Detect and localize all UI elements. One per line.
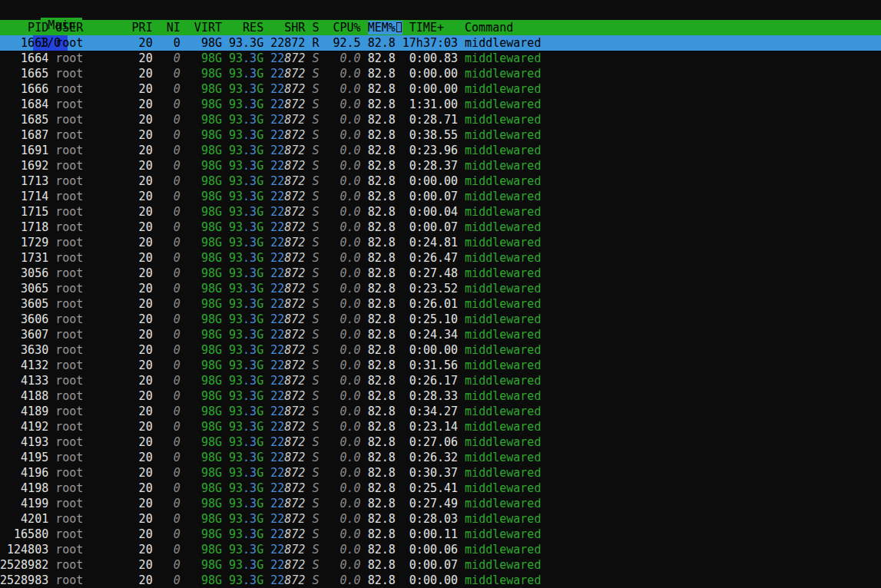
- process-row[interactable]: 1729 root 20 0 98G 93.3G 22872 S 0.0 82.…: [0, 235, 881, 250]
- cpu-cell: 0.0: [326, 466, 360, 480]
- shr-cell-lo: 872: [284, 312, 305, 326]
- pid-cell: 3630: [0, 343, 48, 357]
- gap: [458, 466, 465, 480]
- command-cell: middlewared: [465, 82, 541, 96]
- col-header-time[interactable]: TIME+: [402, 21, 458, 35]
- gap: [396, 328, 402, 342]
- res-cell-int: 93: [229, 236, 243, 249]
- process-row[interactable]: 4198 root 20 0 98G 93.3G 22872 S 0.0 82.…: [0, 481, 881, 496]
- process-row[interactable]: 4188 root 20 0 98G 93.3G 22872 S 0.0 82.…: [0, 388, 881, 404]
- time-cell: 0:24.81: [402, 236, 458, 249]
- process-row[interactable]: 16580 root 20 0 98G 93.3G 22872 S 0.0 82…: [0, 527, 881, 542]
- shr-cell-lo: 872: [284, 328, 305, 342]
- process-row[interactable]: 2528983 root 20 0 98G 93.3G 22872 S 0.0 …: [0, 573, 881, 588]
- cpu-cell: 0.0: [326, 236, 360, 249]
- process-row[interactable]: 1664 root 20 0 98G 93.3G 22872 S 0.0 82.…: [0, 51, 881, 66]
- gap: [396, 82, 402, 96]
- shr-cell-hi: 22: [270, 328, 284, 342]
- process-row[interactable]: 1685 root 20 0 98G 93.3G 22872 S 0.0 82.…: [0, 112, 881, 127]
- pid-cell: 1685: [0, 113, 48, 127]
- shr-cell-lo: 872: [284, 405, 305, 418]
- col-header-res[interactable]: RES: [229, 21, 263, 35]
- virt-cell: 98G: [187, 435, 222, 449]
- res-cell-int: 93: [229, 451, 243, 464]
- res-cell-int: 93: [229, 558, 243, 572]
- process-row[interactable]: 1715 root 20 0 98G 93.3G 22872 S 0.0 82.…: [0, 204, 881, 220]
- command-cell: middlewared: [465, 159, 541, 173]
- process-row[interactable]: 1718 root 20 0 98G 93.3G 22872 S 0.0 82.…: [0, 220, 881, 235]
- command-cell: middlewared: [465, 512, 541, 526]
- process-row[interactable]: 3607 root 20 0 98G 93.3G 22872 S 0.0 82.…: [0, 327, 881, 342]
- gap: [396, 543, 402, 557]
- process-row[interactable]: 4196 root 20 0 98G 93.3G 22872 S 0.0 82.…: [0, 465, 881, 481]
- gap: [181, 466, 187, 480]
- gap: [181, 435, 187, 449]
- pri-cell: 20: [132, 36, 153, 50]
- command-cell: middlewared: [465, 282, 541, 296]
- process-row[interactable]: 1665 root 20 0 98G 93.3G 22872 S 0.0 82.…: [0, 66, 881, 81]
- gap: [181, 343, 187, 357]
- res-cell-int: 93: [229, 113, 243, 127]
- process-row[interactable]: 4132 root 20 0 98G 93.3G 22872 S 0.0 82.…: [0, 358, 881, 373]
- time-cell: 0:23.14: [402, 420, 458, 434]
- process-row[interactable]: 3056 root 20 0 98G 93.3G 22872 S 0.0 82.…: [0, 266, 881, 281]
- process-row[interactable]: 4192 root 20 0 98G 93.3G 22872 S 0.0 82.…: [0, 419, 881, 434]
- process-row[interactable]: 4133 root 20 0 98G 93.3G 22872 S 0.0 82.…: [0, 373, 881, 388]
- gap: [222, 451, 229, 464]
- process-row[interactable]: 1687 root 20 0 98G 93.3G 22872 S 0.0 82.…: [0, 127, 881, 143]
- col-header-shr[interactable]: SHR: [270, 21, 305, 35]
- gap: [396, 497, 402, 510]
- gap: [48, 113, 55, 127]
- process-row[interactable]: 4199 root 20 0 98G 93.3G 22872 S 0.0 82.…: [0, 496, 881, 511]
- process-row[interactable]: 4193 root 20 0 98G 93.3G 22872 S 0.0 82.…: [0, 434, 881, 450]
- process-row[interactable]: 1691 root 20 0 98G 93.3G 22872 S 0.0 82.…: [0, 143, 881, 158]
- process-row[interactable]: 124803 root 20 0 98G 93.3G 22872 S 0.0 8…: [0, 542, 881, 557]
- gap: [361, 497, 368, 510]
- process-row[interactable]: 4195 root 20 0 98G 93.3G 22872 S 0.0 82.…: [0, 450, 881, 465]
- process-row[interactable]: 3605 root 20 0 98G 93.3G 22872 S 0.0 82.…: [0, 296, 881, 312]
- gap: [222, 558, 229, 572]
- col-header-pid[interactable]: PID: [0, 21, 48, 35]
- process-row[interactable]: 3606 root 20 0 98G 93.3G 22872 S 0.0 82.…: [0, 312, 881, 327]
- shr-cell-hi: 22: [270, 405, 284, 418]
- res-cell-frac: .3: [243, 82, 257, 96]
- process-row[interactable]: 3630 root 20 0 98G 93.3G 22872 S 0.0 82.…: [0, 342, 881, 358]
- gap: [48, 205, 55, 219]
- pri-cell: 20: [132, 343, 153, 357]
- process-row[interactable]: 4189 root 20 0 98G 93.3G 22872 S 0.0 82.…: [0, 404, 881, 419]
- res-cell-unit: G: [257, 174, 263, 188]
- col-header-ni[interactable]: NI: [160, 21, 181, 35]
- ni-cell: 0: [160, 282, 181, 296]
- time-cell: 0:26.32: [402, 451, 458, 464]
- process-row[interactable]: 1713 root 20 0 98G 93.3G 22872 S 0.0 82.…: [0, 173, 881, 189]
- process-row[interactable]: 3065 root 20 0 98G 93.3G 22872 S 0.0 82.…: [0, 281, 881, 296]
- process-row[interactable]: 1666 root 20 0 98G 93.3G 22872 S 0.0 82.…: [0, 81, 881, 97]
- col-header-cpu[interactable]: CPU%: [326, 21, 360, 35]
- process-row[interactable]: 1663 root 20 0 98G 93.3G 22872 R 92.5 82…: [0, 35, 881, 51]
- gap: [458, 573, 465, 587]
- command-cell: middlewared: [465, 527, 541, 541]
- ni-cell: 0: [160, 405, 181, 418]
- process-row[interactable]: 2528982 root 20 0 98G 93.3G 22872 S 0.0 …: [0, 557, 881, 573]
- gap: [222, 236, 229, 249]
- gap: [48, 159, 55, 173]
- cpu-cell: 0.0: [326, 220, 360, 234]
- process-row[interactable]: 1692 root 20 0 98G 93.3G 22872 S 0.0 82.…: [0, 158, 881, 173]
- col-header-virt[interactable]: VIRT: [187, 21, 222, 35]
- process-row[interactable]: 1684 root 20 0 98G 93.3G 22872 S 0.0 82.…: [0, 97, 881, 112]
- col-header-user[interactable]: USER: [55, 21, 131, 35]
- process-row[interactable]: 4201 root 20 0 98G 93.3G 22872 S 0.0 82.…: [0, 511, 881, 527]
- process-row[interactable]: 1731 root 20 0 98G 93.3G 22872 S 0.0 82.…: [0, 250, 881, 266]
- process-row[interactable]: 1714 root 20 0 98G 93.3G 22872 S 0.0 82.…: [0, 189, 881, 204]
- gap: [153, 236, 160, 249]
- gap: [153, 82, 160, 96]
- res-cell-unit: G: [257, 51, 263, 65]
- col-header-command[interactable]: Command: [465, 21, 513, 35]
- virt-cell: 98G: [187, 512, 222, 526]
- col-header-mem-sorted[interactable]: MEM%: [368, 21, 402, 35]
- gap: [361, 190, 368, 203]
- pid-cell: 3056: [0, 266, 48, 280]
- col-header-pri[interactable]: PRI: [132, 21, 153, 35]
- gap: [222, 358, 229, 372]
- gap: [222, 67, 229, 81]
